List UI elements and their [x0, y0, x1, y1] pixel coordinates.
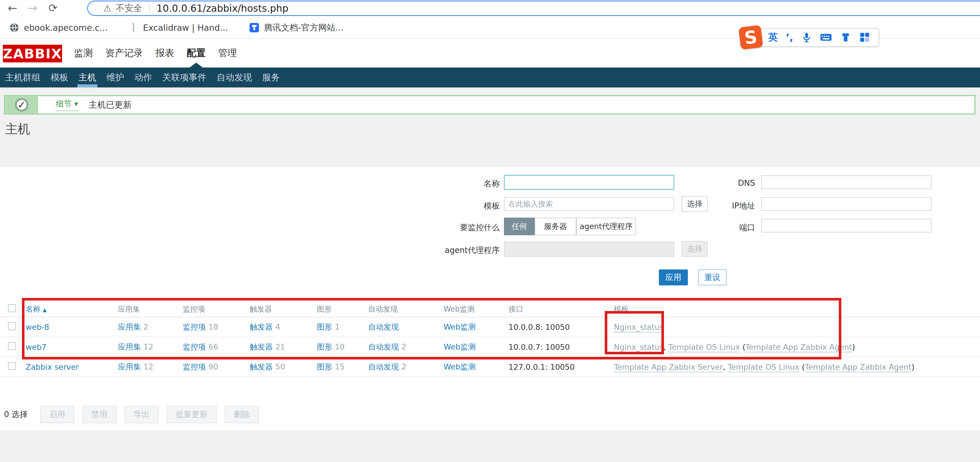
- bookmark-label: 腾讯文档-官方网站...: [264, 22, 344, 33]
- subnav-event-correlation[interactable]: 关联项事件: [162, 72, 207, 83]
- ime-menu-grid-icon[interactable]: [859, 32, 870, 43]
- skin-icon[interactable]: [840, 32, 851, 43]
- sogou-logo-icon[interactable]: S: [738, 25, 763, 50]
- excalidraw-icon: [129, 22, 138, 33]
- selected-count: 0 选择: [4, 409, 28, 420]
- subnav-host-groups[interactable]: 主机群组: [5, 72, 40, 83]
- ime-bar: 英 ’,: [757, 28, 879, 47]
- row-checkbox[interactable]: [8, 322, 16, 330]
- items-count: 90: [208, 362, 218, 371]
- template-link[interactable]: Nginx_status: [614, 323, 663, 331]
- tencent-docs-icon: [249, 22, 259, 33]
- ip-input[interactable]: [761, 197, 932, 211]
- templates-cell-0: Nginx_status: [614, 323, 980, 331]
- not-secure-warning-icon: ⚠: [103, 3, 111, 13]
- nav-inventory[interactable]: 资产记录: [105, 47, 143, 59]
- row-checkbox[interactable]: [8, 362, 16, 370]
- discovery-link[interactable]: 自动发现: [368, 362, 399, 371]
- microphone-icon[interactable]: [801, 32, 812, 43]
- template-link[interactable]: Template OS Linux: [668, 343, 740, 352]
- subnav-maintenance[interactable]: 维护: [107, 72, 124, 83]
- monitored-option-proxy[interactable]: agent代理程序: [576, 218, 636, 235]
- sub-nav: 主机群组 模板 主机 维护 动作 关联项事件 自动发现 服务: [0, 67, 980, 88]
- subnav-actions[interactable]: 动作: [134, 72, 152, 83]
- items-link[interactable]: 监控项: [183, 322, 206, 331]
- applications-link[interactable]: 应用集: [118, 362, 141, 371]
- zabbix-logo[interactable]: ZABBIX: [3, 45, 62, 62]
- header-interface: 接口: [509, 304, 614, 314]
- back-icon[interactable]: ←: [5, 0, 21, 16]
- enable-button: 启用: [40, 406, 74, 423]
- triggers-link[interactable]: 触发器: [250, 362, 273, 371]
- row-checkbox[interactable]: [8, 342, 16, 350]
- header-name[interactable]: 名称: [25, 305, 40, 313]
- monitored-option-any[interactable]: 任何: [504, 218, 535, 235]
- graphs-link[interactable]: 图形: [317, 343, 332, 351]
- nav-monitoring[interactable]: 监测: [74, 47, 93, 59]
- sort-asc-icon: ▲: [43, 307, 47, 313]
- port-label: 端口: [652, 222, 755, 233]
- apply-button[interactable]: 应用: [659, 269, 688, 285]
- subnav-services[interactable]: 服务: [262, 72, 280, 83]
- header-applications: 应用集: [118, 304, 183, 314]
- reload-icon[interactable]: ⟳: [45, 0, 61, 16]
- details-toggle[interactable]: 细节 ▼: [56, 99, 78, 111]
- template-separator: ): [852, 343, 855, 352]
- triggers-link[interactable]: 触发器: [250, 343, 273, 351]
- browser-toolbar: ← → ⟳ ⚠ 不安全 10.0.0.61/zabbix/hosts.php: [0, 0, 980, 17]
- keyboard-icon[interactable]: [820, 32, 832, 43]
- ime-language-toggle[interactable]: 英: [768, 31, 778, 44]
- applications-link[interactable]: 应用集: [118, 322, 141, 331]
- header-discovery: 自动发现: [368, 304, 444, 314]
- bookmark-label: ebook.apecome.c...: [24, 23, 108, 33]
- dns-label: DNS: [652, 178, 755, 188]
- bookmark-excalidraw[interactable]: Excalidraw | Hand...: [129, 22, 228, 33]
- nav-configuration[interactable]: 配置: [187, 47, 205, 59]
- table-row: web-8 应用集2 监控项18 触发器4 图形1 自动发现 Web监测 10.…: [0, 317, 980, 337]
- bookmark-tencent-docs[interactable]: 腾讯文档-官方网站...: [249, 22, 344, 33]
- success-check-icon: ✓: [15, 98, 29, 112]
- subnav-hosts[interactable]: 主机: [79, 72, 96, 83]
- items-link[interactable]: 监控项: [183, 362, 206, 371]
- filter-panel: 名称 DNS 模板 选择 IP地址 要监控什么 任何 服务器 agent代理程序…: [0, 167, 980, 430]
- ime-toolbar: S 英 ’,: [740, 26, 879, 48]
- dns-input[interactable]: [761, 175, 932, 189]
- port-input[interactable]: [761, 219, 932, 233]
- subnav-templates[interactable]: 模板: [51, 72, 68, 83]
- template-link[interactable]: Template App Zabbix Server: [614, 363, 723, 371]
- host-name-link[interactable]: web-8: [25, 323, 49, 331]
- web-link[interactable]: Web监测: [444, 362, 476, 371]
- web-link[interactable]: Web监测: [444, 343, 476, 351]
- discovery-link[interactable]: 自动发现: [368, 343, 399, 351]
- forward-icon[interactable]: →: [24, 0, 40, 16]
- bookmark-ebook[interactable]: ebook.apecome.c...: [9, 22, 108, 33]
- nav-administration[interactable]: 管理: [218, 47, 237, 59]
- graphs-link[interactable]: 图形: [317, 362, 332, 371]
- discovery-count: 2: [401, 343, 406, 351]
- web-link[interactable]: Web监测: [444, 322, 476, 331]
- items-link[interactable]: 监控项: [183, 343, 206, 351]
- template-link[interactable]: Nginx_status: [614, 343, 663, 352]
- template-search-input[interactable]: [504, 197, 674, 211]
- nav-reports[interactable]: 报表: [156, 47, 174, 59]
- url-bar[interactable]: ⚠ 不安全 10.0.0.61/zabbix/hosts.php: [87, 0, 980, 16]
- template-separator: ,: [723, 363, 728, 371]
- name-input[interactable]: [504, 175, 674, 190]
- discovery-link[interactable]: 自动发现: [368, 322, 399, 331]
- template-link[interactable]: Template OS Linux: [728, 363, 800, 371]
- subnav-discovery[interactable]: 自动发现: [217, 72, 252, 83]
- select-all-checkbox[interactable]: [8, 304, 16, 312]
- host-name-link[interactable]: Zabbix server: [25, 363, 79, 371]
- globe-icon: [9, 22, 19, 33]
- applications-link[interactable]: 应用集: [118, 343, 141, 351]
- graphs-link[interactable]: 图形: [317, 322, 332, 331]
- ime-punctuation-icon[interactable]: ’,: [786, 32, 793, 43]
- monitored-option-server[interactable]: 服务器: [535, 218, 576, 235]
- reset-button[interactable]: 重设: [698, 269, 727, 285]
- screen: ← → ⟳ ⚠ 不安全 10.0.0.61/zabbix/hosts.php e…: [0, 0, 980, 462]
- triggers-link[interactable]: 触发器: [250, 322, 273, 331]
- host-name-link[interactable]: web7: [25, 343, 46, 352]
- template-link[interactable]: Template App Zabbix Agent: [805, 363, 912, 371]
- proxy-label: agent代理程序: [397, 245, 500, 256]
- template-link[interactable]: Template App Zabbix Agent: [745, 343, 852, 352]
